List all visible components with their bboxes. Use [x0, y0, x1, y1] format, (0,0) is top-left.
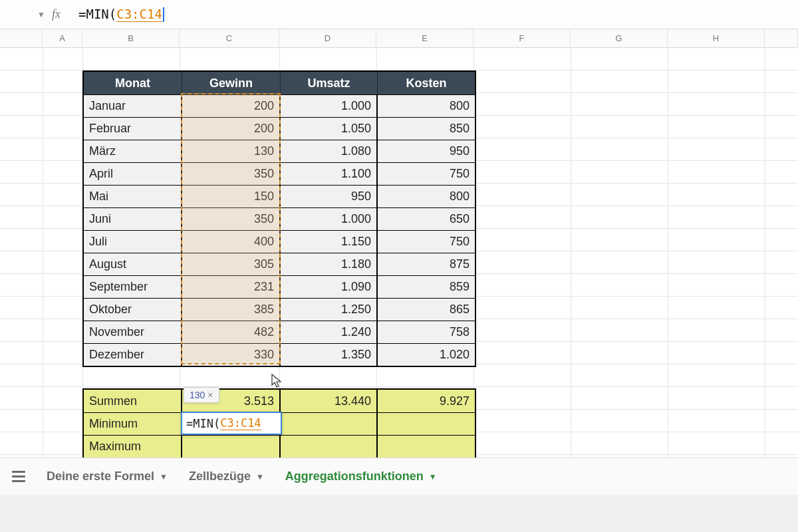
- editing-prefix: =MIN(: [186, 417, 220, 430]
- cell-kosten[interactable]: 750: [378, 230, 475, 253]
- formula-preview-value: 130: [190, 390, 205, 400]
- col-header[interactable]: H: [668, 29, 765, 47]
- cell-umsatz[interactable]: 1.150: [281, 230, 378, 253]
- cell-umsatz[interactable]: 1.240: [281, 321, 378, 343]
- cell-month[interactable]: Oktober: [84, 298, 182, 321]
- gridline: [668, 48, 668, 495]
- header-gewinn[interactable]: Gewinn: [182, 72, 281, 94]
- cell-month[interactable]: August: [84, 253, 182, 275]
- cell-kosten[interactable]: 865: [378, 298, 475, 321]
- cell-umsatz[interactable]: 1.050: [281, 117, 378, 140]
- sheet-tab-label: Aggregationsfunktionen: [285, 469, 424, 483]
- cell-value[interactable]: [378, 412, 475, 435]
- header-umsatz[interactable]: Umsatz: [281, 72, 378, 94]
- cell-kosten[interactable]: 750: [378, 162, 475, 185]
- cell-month[interactable]: September: [84, 275, 182, 298]
- cell-kosten[interactable]: 758: [378, 321, 475, 343]
- cell-value[interactable]: [182, 435, 281, 458]
- sheet-tab[interactable]: Zellbezüge▼: [189, 469, 264, 483]
- cell-month[interactable]: Februar: [84, 117, 182, 140]
- formula-bar: ▼ fx =MIN(C3:C14: [0, 0, 798, 29]
- cell-label[interactable]: Summen: [84, 390, 182, 412]
- cell-month[interactable]: Mai: [84, 185, 182, 207]
- cell-value[interactable]: [281, 412, 378, 435]
- gridline: [43, 48, 43, 495]
- all-sheets-icon[interactable]: [12, 471, 25, 482]
- name-box[interactable]: ▼: [5, 10, 45, 19]
- spreadsheet-grid[interactable]: Monat Gewinn Umsatz Kosten Januar2001.00…: [0, 48, 798, 495]
- close-icon[interactable]: ×: [207, 390, 213, 400]
- chevron-down-icon[interactable]: ▼: [160, 472, 168, 481]
- sheet-tab[interactable]: Deine erste Formel▼: [47, 469, 168, 483]
- sheet-tab-active[interactable]: Aggregationsfunktionen▼: [285, 469, 437, 483]
- cell-umsatz[interactable]: 1.250: [281, 298, 378, 321]
- cell-value[interactable]: [281, 435, 378, 458]
- select-all-corner[interactable]: [0, 29, 43, 47]
- cell-umsatz[interactable]: 1.080: [281, 140, 378, 162]
- cell-umsatz[interactable]: 1.000: [281, 94, 378, 117]
- header-monat[interactable]: Monat: [84, 72, 182, 94]
- col-header[interactable]: A: [43, 29, 82, 47]
- cell-month[interactable]: November: [84, 321, 182, 343]
- cell-kosten[interactable]: 800: [378, 185, 475, 207]
- chevron-down-icon[interactable]: ▼: [429, 472, 437, 481]
- table-row: Maximum: [84, 435, 475, 458]
- sheet-tab-label: Deine erste Formel: [47, 469, 154, 483]
- cell-umsatz[interactable]: 1.090: [281, 275, 378, 298]
- col-header[interactable]: [765, 29, 798, 47]
- cell-kosten[interactable]: 650: [378, 207, 475, 230]
- cell-value[interactable]: 9.927: [378, 390, 475, 412]
- cell-umsatz[interactable]: 1.180: [281, 253, 378, 275]
- column-headers: A B C D E F G H: [0, 29, 798, 48]
- editing-reference: C3:C14: [220, 416, 261, 430]
- chevron-down-icon[interactable]: ▼: [37, 10, 45, 19]
- cell-umsatz[interactable]: 1.100: [281, 162, 378, 185]
- fx-label: fx: [52, 7, 74, 21]
- cell-kosten[interactable]: 1.020: [378, 343, 475, 366]
- cell-label[interactable]: Maximum: [84, 435, 182, 458]
- col-header[interactable]: E: [376, 29, 473, 47]
- table-header-row: Monat Gewinn Umsatz Kosten: [84, 72, 475, 94]
- text-caret: [163, 7, 164, 22]
- cell-month[interactable]: März: [84, 140, 182, 162]
- cell-month[interactable]: Dezember: [84, 343, 182, 366]
- active-cell-editor[interactable]: =MIN(C3:C14: [181, 412, 282, 435]
- col-header[interactable]: F: [473, 29, 571, 47]
- cell-label[interactable]: Minimum: [84, 412, 182, 435]
- chevron-down-icon[interactable]: ▼: [256, 472, 264, 481]
- cell-month[interactable]: Juli: [84, 230, 182, 253]
- col-header[interactable]: D: [279, 29, 376, 47]
- cell-kosten[interactable]: 950: [378, 140, 475, 162]
- cell-kosten[interactable]: 850: [378, 117, 475, 140]
- cell-month[interactable]: Juni: [84, 207, 182, 230]
- cell-value[interactable]: 13.440: [281, 390, 378, 412]
- formula-preview-tooltip: 130×: [184, 387, 219, 403]
- cell-value[interactable]: [378, 435, 475, 458]
- mouse-cursor-icon: [271, 374, 282, 388]
- cell-kosten[interactable]: 875: [378, 253, 475, 275]
- formula-input[interactable]: =MIN(C3:C14: [74, 7, 164, 23]
- col-header[interactable]: G: [571, 29, 668, 47]
- col-header[interactable]: C: [180, 29, 279, 47]
- cell-umsatz[interactable]: 1.350: [281, 343, 378, 366]
- sheet-tab-label: Zellbezüge: [189, 469, 251, 483]
- gridline: [765, 48, 765, 495]
- cell-umsatz[interactable]: 1.000: [281, 207, 378, 230]
- formula-prefix: =MIN(: [78, 7, 116, 21]
- header-kosten[interactable]: Kosten: [378, 72, 475, 94]
- formula-reference: C3:C14: [116, 7, 162, 22]
- cell-month[interactable]: Januar: [84, 94, 182, 117]
- cell-month[interactable]: April: [84, 162, 182, 185]
- range-selection-marquee: [181, 93, 281, 364]
- gridline: [571, 48, 571, 495]
- col-header[interactable]: B: [82, 29, 180, 47]
- cell-umsatz[interactable]: 950: [281, 185, 378, 207]
- cell-kosten[interactable]: 859: [378, 275, 475, 298]
- sheet-tab-bar: Deine erste Formel▼ Zellbezüge▼ Aggregat…: [0, 458, 798, 495]
- table-row: Summen3.51313.4409.927: [84, 390, 475, 412]
- cell-kosten[interactable]: 800: [378, 94, 475, 117]
